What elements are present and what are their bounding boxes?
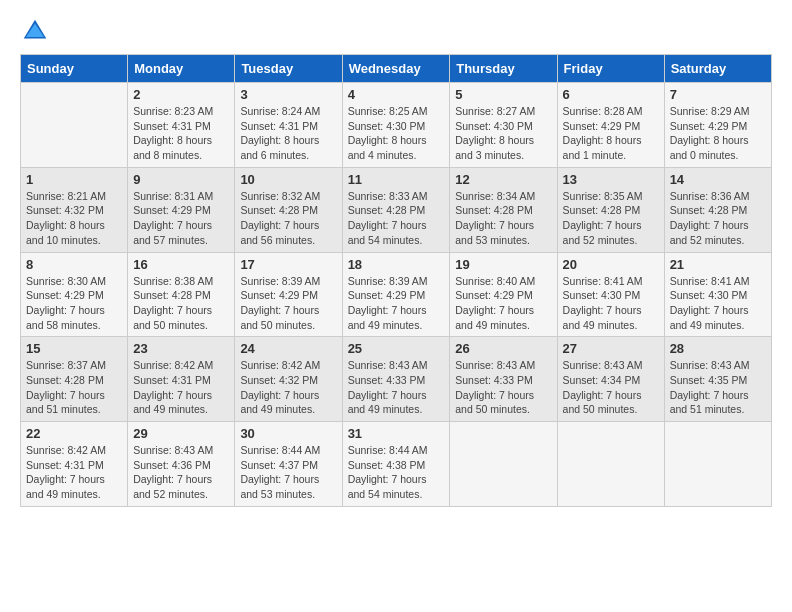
calendar-cell: 30Sunrise: 8:44 AMSunset: 4:37 PMDayligh… bbox=[235, 422, 342, 507]
calendar-week-row: 15Sunrise: 8:37 AMSunset: 4:28 PMDayligh… bbox=[21, 337, 772, 422]
day-number: 6 bbox=[563, 87, 659, 102]
day-info: Sunrise: 8:35 AMSunset: 4:28 PMDaylight:… bbox=[563, 189, 659, 248]
calendar-cell bbox=[450, 422, 557, 507]
header-cell-tuesday: Tuesday bbox=[235, 55, 342, 83]
day-info: Sunrise: 8:39 AMSunset: 4:29 PMDaylight:… bbox=[240, 274, 336, 333]
calendar-cell: 31Sunrise: 8:44 AMSunset: 4:38 PMDayligh… bbox=[342, 422, 450, 507]
calendar-cell: 13Sunrise: 8:35 AMSunset: 4:28 PMDayligh… bbox=[557, 167, 664, 252]
day-number: 11 bbox=[348, 172, 445, 187]
day-info: Sunrise: 8:42 AMSunset: 4:32 PMDaylight:… bbox=[240, 358, 336, 417]
day-info: Sunrise: 8:24 AMSunset: 4:31 PMDaylight:… bbox=[240, 104, 336, 163]
day-info: Sunrise: 8:42 AMSunset: 4:31 PMDaylight:… bbox=[133, 358, 229, 417]
day-info: Sunrise: 8:43 AMSunset: 4:36 PMDaylight:… bbox=[133, 443, 229, 502]
day-info: Sunrise: 8:39 AMSunset: 4:29 PMDaylight:… bbox=[348, 274, 445, 333]
day-number: 8 bbox=[26, 257, 122, 272]
calendar-cell bbox=[557, 422, 664, 507]
day-number: 10 bbox=[240, 172, 336, 187]
day-number: 17 bbox=[240, 257, 336, 272]
day-info: Sunrise: 8:32 AMSunset: 4:28 PMDaylight:… bbox=[240, 189, 336, 248]
calendar-cell bbox=[664, 422, 771, 507]
day-number: 13 bbox=[563, 172, 659, 187]
calendar-cell: 16Sunrise: 8:38 AMSunset: 4:28 PMDayligh… bbox=[128, 252, 235, 337]
calendar-cell: 10Sunrise: 8:32 AMSunset: 4:28 PMDayligh… bbox=[235, 167, 342, 252]
calendar-cell: 6Sunrise: 8:28 AMSunset: 4:29 PMDaylight… bbox=[557, 83, 664, 168]
calendar-cell: 18Sunrise: 8:39 AMSunset: 4:29 PMDayligh… bbox=[342, 252, 450, 337]
day-info: Sunrise: 8:31 AMSunset: 4:29 PMDaylight:… bbox=[133, 189, 229, 248]
calendar-cell: 28Sunrise: 8:43 AMSunset: 4:35 PMDayligh… bbox=[664, 337, 771, 422]
day-info: Sunrise: 8:43 AMSunset: 4:35 PMDaylight:… bbox=[670, 358, 766, 417]
day-number: 25 bbox=[348, 341, 445, 356]
day-number: 2 bbox=[133, 87, 229, 102]
calendar-cell: 21Sunrise: 8:41 AMSunset: 4:30 PMDayligh… bbox=[664, 252, 771, 337]
calendar-cell bbox=[21, 83, 128, 168]
day-info: Sunrise: 8:43 AMSunset: 4:33 PMDaylight:… bbox=[348, 358, 445, 417]
calendar-cell: 11Sunrise: 8:33 AMSunset: 4:28 PMDayligh… bbox=[342, 167, 450, 252]
day-number: 20 bbox=[563, 257, 659, 272]
calendar-cell: 9Sunrise: 8:31 AMSunset: 4:29 PMDaylight… bbox=[128, 167, 235, 252]
calendar-cell: 1Sunrise: 8:21 AMSunset: 4:32 PMDaylight… bbox=[21, 167, 128, 252]
calendar-cell: 23Sunrise: 8:42 AMSunset: 4:31 PMDayligh… bbox=[128, 337, 235, 422]
day-number: 26 bbox=[455, 341, 551, 356]
day-number: 15 bbox=[26, 341, 122, 356]
day-number: 19 bbox=[455, 257, 551, 272]
header-cell-friday: Friday bbox=[557, 55, 664, 83]
day-number: 1 bbox=[26, 172, 122, 187]
calendar-week-row: 22Sunrise: 8:42 AMSunset: 4:31 PMDayligh… bbox=[21, 422, 772, 507]
day-number: 31 bbox=[348, 426, 445, 441]
day-info: Sunrise: 8:33 AMSunset: 4:28 PMDaylight:… bbox=[348, 189, 445, 248]
calendar-cell: 20Sunrise: 8:41 AMSunset: 4:30 PMDayligh… bbox=[557, 252, 664, 337]
day-info: Sunrise: 8:41 AMSunset: 4:30 PMDaylight:… bbox=[563, 274, 659, 333]
day-number: 28 bbox=[670, 341, 766, 356]
calendar-cell: 4Sunrise: 8:25 AMSunset: 4:30 PMDaylight… bbox=[342, 83, 450, 168]
day-number: 22 bbox=[26, 426, 122, 441]
day-info: Sunrise: 8:25 AMSunset: 4:30 PMDaylight:… bbox=[348, 104, 445, 163]
calendar-cell: 26Sunrise: 8:43 AMSunset: 4:33 PMDayligh… bbox=[450, 337, 557, 422]
day-number: 9 bbox=[133, 172, 229, 187]
day-number: 4 bbox=[348, 87, 445, 102]
day-info: Sunrise: 8:21 AMSunset: 4:32 PMDaylight:… bbox=[26, 189, 122, 248]
calendar-cell: 25Sunrise: 8:43 AMSunset: 4:33 PMDayligh… bbox=[342, 337, 450, 422]
day-number: 12 bbox=[455, 172, 551, 187]
day-info: Sunrise: 8:34 AMSunset: 4:28 PMDaylight:… bbox=[455, 189, 551, 248]
calendar-cell: 17Sunrise: 8:39 AMSunset: 4:29 PMDayligh… bbox=[235, 252, 342, 337]
day-number: 29 bbox=[133, 426, 229, 441]
header-cell-saturday: Saturday bbox=[664, 55, 771, 83]
day-info: Sunrise: 8:37 AMSunset: 4:28 PMDaylight:… bbox=[26, 358, 122, 417]
day-number: 7 bbox=[670, 87, 766, 102]
logo bbox=[20, 16, 54, 46]
day-number: 14 bbox=[670, 172, 766, 187]
calendar-week-row: 2Sunrise: 8:23 AMSunset: 4:31 PMDaylight… bbox=[21, 83, 772, 168]
calendar-cell: 3Sunrise: 8:24 AMSunset: 4:31 PMDaylight… bbox=[235, 83, 342, 168]
calendar-cell: 29Sunrise: 8:43 AMSunset: 4:36 PMDayligh… bbox=[128, 422, 235, 507]
calendar-cell: 22Sunrise: 8:42 AMSunset: 4:31 PMDayligh… bbox=[21, 422, 128, 507]
calendar-cell: 19Sunrise: 8:40 AMSunset: 4:29 PMDayligh… bbox=[450, 252, 557, 337]
day-number: 18 bbox=[348, 257, 445, 272]
calendar-week-row: 8Sunrise: 8:30 AMSunset: 4:29 PMDaylight… bbox=[21, 252, 772, 337]
day-info: Sunrise: 8:44 AMSunset: 4:38 PMDaylight:… bbox=[348, 443, 445, 502]
header-cell-wednesday: Wednesday bbox=[342, 55, 450, 83]
day-number: 5 bbox=[455, 87, 551, 102]
day-number: 30 bbox=[240, 426, 336, 441]
day-number: 21 bbox=[670, 257, 766, 272]
day-info: Sunrise: 8:29 AMSunset: 4:29 PMDaylight:… bbox=[670, 104, 766, 163]
day-info: Sunrise: 8:38 AMSunset: 4:28 PMDaylight:… bbox=[133, 274, 229, 333]
day-number: 3 bbox=[240, 87, 336, 102]
calendar-cell: 2Sunrise: 8:23 AMSunset: 4:31 PMDaylight… bbox=[128, 83, 235, 168]
calendar-cell: 7Sunrise: 8:29 AMSunset: 4:29 PMDaylight… bbox=[664, 83, 771, 168]
day-number: 27 bbox=[563, 341, 659, 356]
day-info: Sunrise: 8:28 AMSunset: 4:29 PMDaylight:… bbox=[563, 104, 659, 163]
header-cell-thursday: Thursday bbox=[450, 55, 557, 83]
day-info: Sunrise: 8:42 AMSunset: 4:31 PMDaylight:… bbox=[26, 443, 122, 502]
calendar-week-row: 1Sunrise: 8:21 AMSunset: 4:32 PMDaylight… bbox=[21, 167, 772, 252]
calendar-cell: 27Sunrise: 8:43 AMSunset: 4:34 PMDayligh… bbox=[557, 337, 664, 422]
day-info: Sunrise: 8:23 AMSunset: 4:31 PMDaylight:… bbox=[133, 104, 229, 163]
calendar-cell: 14Sunrise: 8:36 AMSunset: 4:28 PMDayligh… bbox=[664, 167, 771, 252]
header-cell-sunday: Sunday bbox=[21, 55, 128, 83]
day-number: 24 bbox=[240, 341, 336, 356]
day-info: Sunrise: 8:36 AMSunset: 4:28 PMDaylight:… bbox=[670, 189, 766, 248]
header-cell-monday: Monday bbox=[128, 55, 235, 83]
day-info: Sunrise: 8:27 AMSunset: 4:30 PMDaylight:… bbox=[455, 104, 551, 163]
day-number: 23 bbox=[133, 341, 229, 356]
day-number: 16 bbox=[133, 257, 229, 272]
day-info: Sunrise: 8:43 AMSunset: 4:34 PMDaylight:… bbox=[563, 358, 659, 417]
